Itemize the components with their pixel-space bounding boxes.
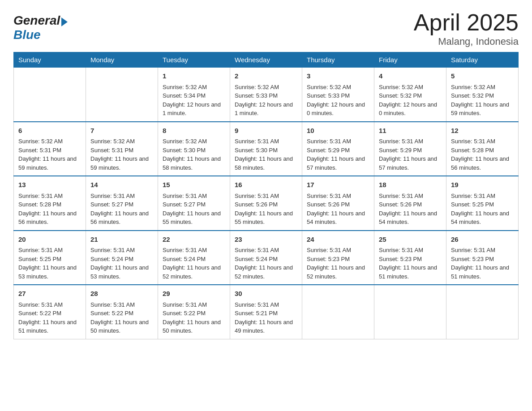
logo-blue-text: Blue [13,28,41,42]
calendar-cell: 20Sunrise: 5:31 AMSunset: 5:25 PMDayligh… [14,231,86,285]
calendar-cell [86,68,158,122]
calendar-cell: 27Sunrise: 5:31 AMSunset: 5:22 PMDayligh… [14,285,86,339]
calendar-cell: 13Sunrise: 5:31 AMSunset: 5:28 PMDayligh… [14,176,86,231]
day-info: Sunrise: 5:32 AMSunset: 5:31 PMDaylight:… [90,137,153,172]
calendar-cell: 11Sunrise: 5:31 AMSunset: 5:29 PMDayligh… [374,122,446,176]
day-number: 1 [163,71,225,81]
day-info: Sunrise: 5:31 AMSunset: 5:24 PMDaylight:… [163,246,225,281]
calendar-table: SundayMondayTuesdayWednesdayThursdayFrid… [13,52,519,339]
calendar-week-row: 1Sunrise: 5:32 AMSunset: 5:34 PMDaylight… [14,68,519,122]
day-number: 25 [379,235,442,245]
day-info: Sunrise: 5:31 AMSunset: 5:27 PMDaylight:… [163,192,225,227]
calendar-cell: 7Sunrise: 5:32 AMSunset: 5:31 PMDaylight… [86,122,158,176]
day-number: 24 [307,235,369,245]
day-info: Sunrise: 5:31 AMSunset: 5:28 PMDaylight:… [451,137,514,172]
day-number: 28 [90,289,153,299]
calendar-cell: 12Sunrise: 5:31 AMSunset: 5:28 PMDayligh… [446,122,519,176]
day-number: 16 [235,180,297,190]
day-info: Sunrise: 5:31 AMSunset: 5:26 PMDaylight:… [379,192,442,227]
weekday-header-friday: Friday [374,52,446,68]
day-number: 29 [163,289,225,299]
weekday-header-wednesday: Wednesday [230,52,302,68]
calendar-cell: 16Sunrise: 5:31 AMSunset: 5:26 PMDayligh… [230,176,302,231]
calendar-week-row: 27Sunrise: 5:31 AMSunset: 5:22 PMDayligh… [14,285,519,339]
calendar-cell: 10Sunrise: 5:31 AMSunset: 5:29 PMDayligh… [302,122,374,176]
day-number: 20 [18,235,81,245]
day-info: Sunrise: 5:31 AMSunset: 5:23 PMDaylight:… [379,246,442,281]
day-number: 2 [235,71,297,81]
calendar-cell: 15Sunrise: 5:31 AMSunset: 5:27 PMDayligh… [158,176,230,231]
calendar-week-row: 13Sunrise: 5:31 AMSunset: 5:28 PMDayligh… [14,176,519,231]
calendar-cell: 25Sunrise: 5:31 AMSunset: 5:23 PMDayligh… [374,231,446,285]
title-block: April 2025 Malang, Indonesia [414,9,519,47]
day-info: Sunrise: 5:32 AMSunset: 5:34 PMDaylight:… [163,83,225,118]
day-number: 21 [90,235,153,245]
weekday-header-tuesday: Tuesday [158,52,230,68]
day-info: Sunrise: 5:32 AMSunset: 5:32 PMDaylight:… [451,83,514,118]
day-number: 30 [235,289,297,299]
calendar-cell: 4Sunrise: 5:32 AMSunset: 5:32 PMDaylight… [374,68,446,122]
day-number: 6 [18,126,81,136]
day-info: Sunrise: 5:31 AMSunset: 5:27 PMDaylight:… [90,192,153,227]
logo: General Blue [13,13,68,42]
calendar-week-row: 20Sunrise: 5:31 AMSunset: 5:25 PMDayligh… [14,231,519,285]
calendar-cell: 5Sunrise: 5:32 AMSunset: 5:32 PMDaylight… [446,68,519,122]
weekday-header-row: SundayMondayTuesdayWednesdayThursdayFrid… [14,52,519,68]
day-number: 23 [235,235,297,245]
calendar-cell: 2Sunrise: 5:32 AMSunset: 5:33 PMDaylight… [230,68,302,122]
logo-general-text: General [13,13,60,28]
day-info: Sunrise: 5:31 AMSunset: 5:29 PMDaylight:… [307,137,369,172]
day-info: Sunrise: 5:31 AMSunset: 5:25 PMDaylight:… [451,192,514,227]
day-number: 12 [451,126,514,136]
calendar-cell: 8Sunrise: 5:32 AMSunset: 5:30 PMDaylight… [158,122,230,176]
day-number: 17 [307,180,369,190]
day-info: Sunrise: 5:31 AMSunset: 5:28 PMDaylight:… [18,192,81,227]
calendar-cell: 3Sunrise: 5:32 AMSunset: 5:33 PMDaylight… [302,68,374,122]
calendar-cell: 26Sunrise: 5:31 AMSunset: 5:23 PMDayligh… [446,231,519,285]
calendar-cell [446,285,519,339]
day-info: Sunrise: 5:31 AMSunset: 5:22 PMDaylight:… [90,300,153,335]
weekday-header-saturday: Saturday [446,52,519,68]
day-number: 13 [18,180,81,190]
day-number: 8 [163,126,225,136]
day-number: 11 [379,126,442,136]
weekday-header-sunday: Sunday [14,52,86,68]
weekday-header-thursday: Thursday [302,52,374,68]
calendar-cell: 21Sunrise: 5:31 AMSunset: 5:24 PMDayligh… [86,231,158,285]
day-number: 18 [379,180,442,190]
day-info: Sunrise: 5:31 AMSunset: 5:26 PMDaylight:… [307,192,369,227]
day-info: Sunrise: 5:31 AMSunset: 5:30 PMDaylight:… [235,137,297,172]
day-info: Sunrise: 5:32 AMSunset: 5:30 PMDaylight:… [163,137,225,172]
day-info: Sunrise: 5:31 AMSunset: 5:23 PMDaylight:… [451,246,514,281]
day-info: Sunrise: 5:31 AMSunset: 5:23 PMDaylight:… [307,246,369,281]
calendar-cell: 23Sunrise: 5:31 AMSunset: 5:24 PMDayligh… [230,231,302,285]
calendar-cell: 18Sunrise: 5:31 AMSunset: 5:26 PMDayligh… [374,176,446,231]
calendar-cell: 17Sunrise: 5:31 AMSunset: 5:26 PMDayligh… [302,176,374,231]
calendar-cell: 28Sunrise: 5:31 AMSunset: 5:22 PMDayligh… [86,285,158,339]
day-number: 14 [90,180,153,190]
day-info: Sunrise: 5:31 AMSunset: 5:26 PMDaylight:… [235,192,297,227]
calendar-cell: 24Sunrise: 5:31 AMSunset: 5:23 PMDayligh… [302,231,374,285]
day-info: Sunrise: 5:31 AMSunset: 5:29 PMDaylight:… [379,137,442,172]
day-number: 27 [18,289,81,299]
day-number: 19 [451,180,514,190]
day-info: Sunrise: 5:32 AMSunset: 5:33 PMDaylight:… [235,83,297,118]
logo-arrow-icon [61,17,68,26]
day-info: Sunrise: 5:31 AMSunset: 5:22 PMDaylight:… [163,300,225,335]
calendar-cell [302,285,374,339]
day-info: Sunrise: 5:31 AMSunset: 5:24 PMDaylight:… [235,246,297,281]
day-number: 9 [235,126,297,136]
day-info: Sunrise: 5:31 AMSunset: 5:21 PMDaylight:… [235,300,297,335]
calendar-cell [14,68,86,122]
day-number: 3 [307,71,369,81]
day-number: 5 [451,71,514,81]
day-info: Sunrise: 5:32 AMSunset: 5:31 PMDaylight:… [18,137,81,172]
day-number: 26 [451,235,514,245]
page-header: General Blue April 2025 Malang, Indonesi… [13,9,519,47]
calendar-cell: 22Sunrise: 5:31 AMSunset: 5:24 PMDayligh… [158,231,230,285]
calendar-week-row: 6Sunrise: 5:32 AMSunset: 5:31 PMDaylight… [14,122,519,176]
day-number: 4 [379,71,442,81]
location-title: Malang, Indonesia [414,36,519,47]
day-info: Sunrise: 5:31 AMSunset: 5:24 PMDaylight:… [90,246,153,281]
day-info: Sunrise: 5:31 AMSunset: 5:22 PMDaylight:… [18,300,81,335]
